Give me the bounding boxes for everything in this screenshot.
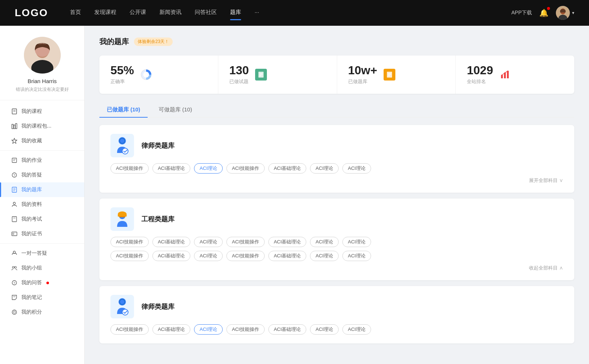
profile-name: Brian Harris	[28, 78, 57, 84]
nav-question-bank[interactable]: 题库	[230, 9, 241, 17]
sidebar-item-question-bank[interactable]: 我的题库	[0, 182, 84, 197]
tag-active[interactable]: ACI理论	[194, 163, 223, 174]
sidebar-item-exam[interactable]: 我的考试	[0, 212, 84, 226]
navbar-right: APP下载 🔔 ▾	[511, 6, 574, 20]
svg-rect-14	[12, 158, 17, 163]
nav-home[interactable]: 首页	[70, 9, 81, 17]
tag[interactable]: ACI理论	[310, 163, 339, 174]
nav-qa[interactable]: 问答社区	[195, 9, 217, 17]
nav-discover[interactable]: 发现课程	[94, 9, 116, 17]
tag[interactable]: ACI基础理论	[152, 163, 191, 174]
tag[interactable]: ACI基础理论	[268, 251, 307, 261]
sidebar-item-group[interactable]: 我的小组	[0, 261, 84, 275]
tag[interactable]: ACI理论	[342, 163, 371, 174]
svg-point-34	[12, 310, 17, 314]
tag[interactable]: ACI理论	[310, 251, 339, 261]
expand-link[interactable]: 展开全部科目 ∨	[110, 177, 563, 184]
nav-news[interactable]: 新闻资讯	[159, 9, 181, 17]
sidebar-item-my-course[interactable]: 我的课程	[0, 104, 84, 119]
sidebar-item-label: 我的证书	[21, 231, 42, 237]
sidebar-item-tutor[interactable]: 一对一答疑	[0, 246, 84, 261]
notification-bell[interactable]: 🔔	[539, 8, 549, 17]
tag[interactable]: ACI基础理论	[268, 163, 307, 174]
svg-rect-10	[12, 124, 13, 129]
profile-section: Brian Harris 错误的决定比没有决定要好	[0, 37, 84, 100]
tag[interactable]: ACI理论	[310, 237, 339, 247]
sidebar-item-homework[interactable]: 我的作业	[0, 153, 84, 168]
user-avatar-wrap[interactable]: ▾	[556, 6, 574, 20]
divider	[0, 243, 84, 244]
stat-value: 130	[229, 64, 249, 76]
sidebar-item-course-package[interactable]: 我的课程包...	[0, 119, 84, 133]
sidebar-item-qa[interactable]: ? 我的答疑	[0, 168, 84, 182]
tag[interactable]: ACI技能操作	[110, 251, 149, 261]
chart-icon	[499, 69, 511, 81]
tag-active[interactable]: ACI理论	[194, 324, 223, 335]
tag[interactable]: ACI理论	[342, 324, 371, 335]
unread-badge	[46, 282, 49, 284]
tab-done-banks[interactable]: 已做题库 (10)	[99, 103, 148, 117]
tag[interactable]: ACI技能操作	[226, 251, 265, 261]
homework-icon	[11, 157, 18, 164]
tag[interactable]: ACI基础理论	[268, 237, 307, 247]
logo[interactable]: LOGO	[15, 7, 48, 19]
stat-text: 130 已做试题	[229, 64, 249, 85]
sidebar-item-notes[interactable]: 我的笔记	[0, 290, 84, 305]
sidebar-item-my-qa[interactable]: ? 我的问答	[0, 275, 84, 290]
exam-icon	[11, 216, 18, 222]
tag[interactable]: ACI技能操作	[110, 163, 149, 174]
tag[interactable]: ACI基础理论	[152, 251, 191, 261]
tag[interactable]: ACI技能操作	[226, 324, 265, 335]
tag[interactable]: ACI理论	[194, 251, 223, 261]
svg-point-62	[120, 300, 124, 304]
doc-icon	[384, 69, 395, 81]
svg-point-55	[122, 148, 128, 154]
tag[interactable]: ACI理论	[342, 237, 371, 247]
tag[interactable]: ACI理论	[194, 237, 223, 247]
svg-rect-48	[507, 71, 509, 78]
course-package-icon	[11, 123, 18, 129]
qbank-title: 律师类题库	[141, 302, 174, 311]
nav-more[interactable]: ···	[254, 9, 259, 17]
sidebar-item-label: 我的课程包...	[21, 123, 52, 129]
my-qa-icon: ?	[11, 279, 18, 286]
qbank-card-header: 律师类题库	[110, 295, 563, 318]
tag[interactable]: ACI技能操作	[226, 163, 265, 174]
sidebar-item-profile[interactable]: 我的资料	[0, 197, 84, 212]
avatar	[556, 6, 570, 20]
notes-icon	[11, 294, 18, 301]
sidebar-item-label: 我的题库	[21, 186, 42, 193]
notification-badge	[547, 7, 550, 10]
stat-done-banks: 10w+ 已做题库	[337, 56, 456, 94]
svg-point-50	[504, 72, 505, 74]
star-icon	[11, 138, 18, 144]
sidebar-item-label: 我的问答	[21, 279, 42, 286]
sidebar-menu: 我的课程 我的课程包... 我的收藏 我的作业	[0, 104, 84, 327]
stat-done-questions: 130 已做试题	[218, 56, 337, 94]
collapse-link[interactable]: 收起全部科目 ∧	[110, 265, 563, 271]
svg-text:?: ?	[13, 174, 15, 177]
page-header: 我的题库 体验剩余23天！	[99, 37, 574, 47]
engineer-icon	[110, 207, 134, 231]
tab-available-banks[interactable]: 可做题库 (10)	[151, 103, 200, 117]
sidebar-item-points[interactable]: 我的积分	[0, 305, 84, 320]
sidebar-item-favorites[interactable]: 我的收藏	[0, 133, 84, 148]
nav-open-course[interactable]: 公开课	[130, 9, 146, 17]
tag[interactable]: ACI基础理论	[152, 237, 191, 247]
tag[interactable]: ACI技能操作	[226, 237, 265, 247]
tag[interactable]: ACI技能操作	[110, 237, 149, 247]
sidebar-item-certificate[interactable]: 我的证书	[0, 226, 84, 241]
app-download-button[interactable]: APP下载	[511, 10, 532, 16]
qa-icon: ?	[11, 172, 18, 178]
tag[interactable]: ACI理论	[310, 324, 339, 335]
tag[interactable]: ACI技能操作	[110, 324, 149, 335]
profile-icon	[11, 201, 18, 208]
stat-text: 55% 正确率	[110, 64, 134, 85]
sidebar-item-label: 我的作业	[21, 157, 42, 164]
chevron-down-icon: ▾	[572, 10, 574, 15]
tag[interactable]: ACI基础理论	[268, 324, 307, 335]
tag[interactable]: ACI理论	[342, 251, 371, 261]
sidebar-item-label: 我的笔记	[21, 294, 42, 301]
tag[interactable]: ACI基础理论	[152, 324, 191, 335]
svg-point-37	[143, 72, 149, 78]
